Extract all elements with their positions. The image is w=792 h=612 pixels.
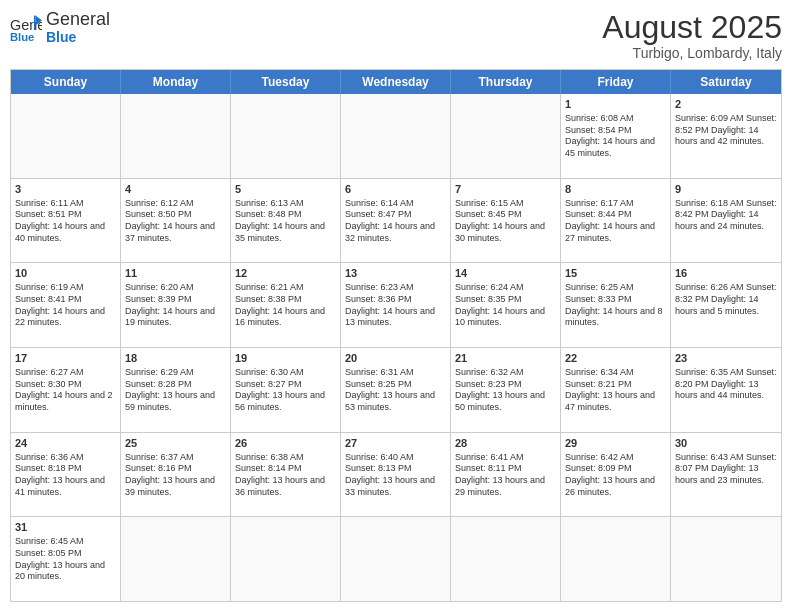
header-day-sunday: Sunday <box>11 70 121 94</box>
day-cell-13: 13Sunrise: 6:23 AM Sunset: 8:36 PM Dayli… <box>341 263 451 347</box>
day-info: Sunrise: 6:12 AM Sunset: 8:50 PM Dayligh… <box>125 198 226 245</box>
day-number: 2 <box>675 97 777 112</box>
day-info: Sunrise: 6:25 AM Sunset: 8:33 PM Dayligh… <box>565 282 666 329</box>
day-info: Sunrise: 6:30 AM Sunset: 8:27 PM Dayligh… <box>235 367 336 414</box>
day-number: 17 <box>15 351 116 366</box>
day-cell-12: 12Sunrise: 6:21 AM Sunset: 8:38 PM Dayli… <box>231 263 341 347</box>
logo-icon: General Blue <box>10 14 42 42</box>
day-info: Sunrise: 6:13 AM Sunset: 8:48 PM Dayligh… <box>235 198 336 245</box>
day-info: Sunrise: 6:40 AM Sunset: 8:13 PM Dayligh… <box>345 452 446 499</box>
day-info: Sunrise: 6:11 AM Sunset: 8:51 PM Dayligh… <box>15 198 116 245</box>
day-number: 27 <box>345 436 446 451</box>
day-cell-25: 25Sunrise: 6:37 AM Sunset: 8:16 PM Dayli… <box>121 433 231 517</box>
day-number: 23 <box>675 351 777 366</box>
day-number: 8 <box>565 182 666 197</box>
day-cell-2: 2Sunrise: 6:09 AM Sunset: 8:52 PM Daylig… <box>671 94 781 178</box>
day-info: Sunrise: 6:31 AM Sunset: 8:25 PM Dayligh… <box>345 367 446 414</box>
day-cell-22: 22Sunrise: 6:34 AM Sunset: 8:21 PM Dayli… <box>561 348 671 432</box>
day-cell-16: 16Sunrise: 6:26 AM Sunset: 8:32 PM Dayli… <box>671 263 781 347</box>
day-cell-31: 31Sunrise: 6:45 AM Sunset: 8:05 PM Dayli… <box>11 517 121 601</box>
day-cell-8: 8Sunrise: 6:17 AM Sunset: 8:44 PM Daylig… <box>561 179 671 263</box>
day-number: 20 <box>345 351 446 366</box>
empty-cell-5-6 <box>671 517 781 601</box>
day-cell-29: 29Sunrise: 6:42 AM Sunset: 8:09 PM Dayli… <box>561 433 671 517</box>
day-cell-18: 18Sunrise: 6:29 AM Sunset: 8:28 PM Dayli… <box>121 348 231 432</box>
logo-blue-text: Blue <box>46 30 110 45</box>
day-cell-20: 20Sunrise: 6:31 AM Sunset: 8:25 PM Dayli… <box>341 348 451 432</box>
day-info: Sunrise: 6:32 AM Sunset: 8:23 PM Dayligh… <box>455 367 556 414</box>
day-info: Sunrise: 6:45 AM Sunset: 8:05 PM Dayligh… <box>15 536 116 583</box>
day-cell-9: 9Sunrise: 6:18 AM Sunset: 8:42 PM Daylig… <box>671 179 781 263</box>
day-number: 1 <box>565 97 666 112</box>
header-day-monday: Monday <box>121 70 231 94</box>
day-cell-28: 28Sunrise: 6:41 AM Sunset: 8:11 PM Dayli… <box>451 433 561 517</box>
day-number: 5 <box>235 182 336 197</box>
day-cell-5: 5Sunrise: 6:13 AM Sunset: 8:48 PM Daylig… <box>231 179 341 263</box>
day-info: Sunrise: 6:38 AM Sunset: 8:14 PM Dayligh… <box>235 452 336 499</box>
calendar-row-4: 24Sunrise: 6:36 AM Sunset: 8:18 PM Dayli… <box>11 432 781 517</box>
empty-cell-5-1 <box>121 517 231 601</box>
day-cell-24: 24Sunrise: 6:36 AM Sunset: 8:18 PM Dayli… <box>11 433 121 517</box>
empty-cell-0-2 <box>231 94 341 178</box>
day-cell-7: 7Sunrise: 6:15 AM Sunset: 8:45 PM Daylig… <box>451 179 561 263</box>
day-info: Sunrise: 6:23 AM Sunset: 8:36 PM Dayligh… <box>345 282 446 329</box>
day-number: 26 <box>235 436 336 451</box>
day-cell-27: 27Sunrise: 6:40 AM Sunset: 8:13 PM Dayli… <box>341 433 451 517</box>
day-info: Sunrise: 6:14 AM Sunset: 8:47 PM Dayligh… <box>345 198 446 245</box>
day-number: 4 <box>125 182 226 197</box>
empty-cell-0-4 <box>451 94 561 178</box>
day-info: Sunrise: 6:34 AM Sunset: 8:21 PM Dayligh… <box>565 367 666 414</box>
empty-cell-0-1 <box>121 94 231 178</box>
day-cell-15: 15Sunrise: 6:25 AM Sunset: 8:33 PM Dayli… <box>561 263 671 347</box>
day-info: Sunrise: 6:20 AM Sunset: 8:39 PM Dayligh… <box>125 282 226 329</box>
day-info: Sunrise: 6:24 AM Sunset: 8:35 PM Dayligh… <box>455 282 556 329</box>
header: General Blue General Blue August 2025 Tu… <box>10 10 782 61</box>
calendar-header: SundayMondayTuesdayWednesdayThursdayFrid… <box>11 70 781 94</box>
day-number: 3 <box>15 182 116 197</box>
day-info: Sunrise: 6:41 AM Sunset: 8:11 PM Dayligh… <box>455 452 556 499</box>
day-info: Sunrise: 6:15 AM Sunset: 8:45 PM Dayligh… <box>455 198 556 245</box>
day-cell-17: 17Sunrise: 6:27 AM Sunset: 8:30 PM Dayli… <box>11 348 121 432</box>
location-title: Turbigo, Lombardy, Italy <box>602 45 782 61</box>
header-day-thursday: Thursday <box>451 70 561 94</box>
day-cell-1: 1Sunrise: 6:08 AM Sunset: 8:54 PM Daylig… <box>561 94 671 178</box>
title-block: August 2025 Turbigo, Lombardy, Italy <box>602 10 782 61</box>
day-number: 6 <box>345 182 446 197</box>
day-cell-26: 26Sunrise: 6:38 AM Sunset: 8:14 PM Dayli… <box>231 433 341 517</box>
day-info: Sunrise: 6:27 AM Sunset: 8:30 PM Dayligh… <box>15 367 116 414</box>
day-info: Sunrise: 6:29 AM Sunset: 8:28 PM Dayligh… <box>125 367 226 414</box>
day-info: Sunrise: 6:21 AM Sunset: 8:38 PM Dayligh… <box>235 282 336 329</box>
day-number: 31 <box>15 520 116 535</box>
day-info: Sunrise: 6:19 AM Sunset: 8:41 PM Dayligh… <box>15 282 116 329</box>
day-number: 16 <box>675 266 777 281</box>
day-info: Sunrise: 6:42 AM Sunset: 8:09 PM Dayligh… <box>565 452 666 499</box>
day-cell-30: 30Sunrise: 6:43 AM Sunset: 8:07 PM Dayli… <box>671 433 781 517</box>
day-number: 22 <box>565 351 666 366</box>
day-info: Sunrise: 6:26 AM Sunset: 8:32 PM Dayligh… <box>675 282 777 317</box>
day-info: Sunrise: 6:35 AM Sunset: 8:20 PM Dayligh… <box>675 367 777 402</box>
day-info: Sunrise: 6:17 AM Sunset: 8:44 PM Dayligh… <box>565 198 666 245</box>
day-cell-11: 11Sunrise: 6:20 AM Sunset: 8:39 PM Dayli… <box>121 263 231 347</box>
day-number: 19 <box>235 351 336 366</box>
calendar-row-3: 17Sunrise: 6:27 AM Sunset: 8:30 PM Dayli… <box>11 347 781 432</box>
day-info: Sunrise: 6:18 AM Sunset: 8:42 PM Dayligh… <box>675 198 777 233</box>
day-cell-14: 14Sunrise: 6:24 AM Sunset: 8:35 PM Dayli… <box>451 263 561 347</box>
day-number: 7 <box>455 182 556 197</box>
month-title: August 2025 <box>602 10 782 45</box>
day-number: 18 <box>125 351 226 366</box>
day-number: 14 <box>455 266 556 281</box>
empty-cell-5-5 <box>561 517 671 601</box>
empty-cell-5-4 <box>451 517 561 601</box>
calendar-row-2: 10Sunrise: 6:19 AM Sunset: 8:41 PM Dayli… <box>11 262 781 347</box>
header-day-saturday: Saturday <box>671 70 781 94</box>
day-number: 24 <box>15 436 116 451</box>
day-info: Sunrise: 6:43 AM Sunset: 8:07 PM Dayligh… <box>675 452 777 487</box>
day-cell-6: 6Sunrise: 6:14 AM Sunset: 8:47 PM Daylig… <box>341 179 451 263</box>
empty-cell-5-3 <box>341 517 451 601</box>
day-number: 25 <box>125 436 226 451</box>
page: General Blue General Blue August 2025 Tu… <box>0 0 792 612</box>
empty-cell-0-0 <box>11 94 121 178</box>
header-day-wednesday: Wednesday <box>341 70 451 94</box>
day-number: 21 <box>455 351 556 366</box>
day-info: Sunrise: 6:36 AM Sunset: 8:18 PM Dayligh… <box>15 452 116 499</box>
